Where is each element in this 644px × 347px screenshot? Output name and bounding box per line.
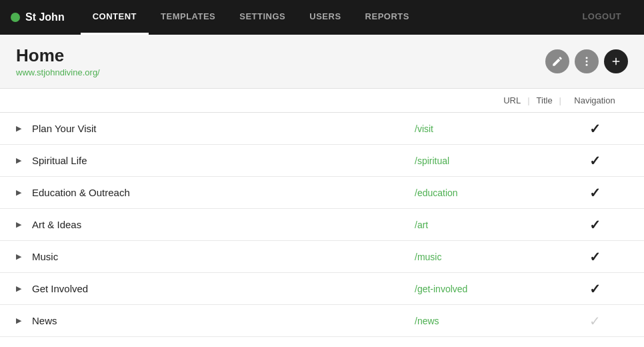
row-url: /education: [415, 188, 561, 198]
edit-button[interactable]: [545, 49, 569, 73]
row-nav-check: ✓: [561, 313, 628, 329]
row-url: /news: [415, 316, 561, 326]
row-nav-check: ✓: [561, 345, 628, 348]
pencil-icon: [551, 55, 563, 67]
expand-icon[interactable]: ▶: [16, 156, 29, 165]
nav-logout[interactable]: LOGOUT: [570, 0, 633, 35]
table-row[interactable]: ▶Music/music✓: [0, 241, 644, 273]
svg-point-1: [586, 61, 588, 63]
row-nav-check: ✓: [561, 121, 628, 137]
brand-dot: [11, 13, 20, 22]
row-nav-check: ✓: [561, 217, 628, 233]
row-url: /music: [415, 252, 561, 262]
col-navigation[interactable]: Navigation: [561, 95, 628, 105]
page-header: Home www.stjohndivine.org/: [0, 35, 644, 89]
row-nav-check: ✓: [561, 185, 628, 201]
nav-settings[interactable]: SETTINGS: [227, 0, 297, 35]
col-headers: URL | Title | Navigation: [0, 89, 644, 113]
svg-point-0: [586, 57, 588, 59]
row-url: /spiritual: [415, 155, 561, 166]
table-row[interactable]: ▶Spiritual Life/spiritual✓: [0, 145, 644, 177]
expand-icon[interactable]: ▶: [16, 252, 29, 261]
table-row[interactable]: ▶Education & Outreach/education✓: [0, 177, 644, 209]
row-title: Music: [32, 251, 415, 262]
page-url: www.stjohndivine.org/: [16, 67, 100, 77]
table-row[interactable]: ▶Get Involved/get-involved✓: [0, 273, 644, 305]
nav-templates[interactable]: TEMPLATES: [149, 0, 227, 35]
row-title: Education & Outreach: [32, 187, 415, 198]
expand-icon[interactable]: ▶: [16, 316, 29, 325]
row-title: Art & Ideas: [32, 219, 415, 230]
plus-icon: [610, 55, 622, 67]
more-button[interactable]: [575, 49, 599, 73]
brand: St John: [11, 11, 65, 23]
nav-items: CONTENT TEMPLATES SETTINGS USERS REPORTS…: [81, 0, 633, 35]
expand-icon[interactable]: ▶: [16, 124, 29, 133]
nav-reports[interactable]: REPORTS: [353, 0, 421, 35]
expand-icon[interactable]: ▶: [16, 284, 29, 293]
nav-users[interactable]: USERS: [297, 0, 353, 35]
row-title: Get Involved: [32, 283, 415, 294]
svg-point-2: [586, 64, 588, 66]
row-url: /get-involved: [415, 284, 561, 294]
col-url[interactable]: URL: [497, 95, 527, 105]
row-title: Plan Your Visit: [32, 123, 415, 134]
table-row[interactable]: ▶About/about✓: [0, 337, 644, 347]
top-nav: St John CONTENT TEMPLATES SETTINGS USERS…: [0, 0, 644, 35]
row-nav-check: ✓: [561, 281, 628, 297]
row-nav-check: ✓: [561, 153, 628, 169]
header-actions: [545, 49, 628, 73]
row-url: /art: [415, 220, 561, 230]
page-header-left: Home www.stjohndivine.org/: [16, 45, 100, 77]
nav-content[interactable]: CONTENT: [81, 0, 149, 35]
row-title: Spiritual Life: [32, 155, 415, 166]
dots-icon: [581, 55, 593, 67]
table-row[interactable]: ▶News/news✓: [0, 305, 644, 337]
content-table: ▶Plan Your Visit/visit✓▶Spiritual Life/s…: [0, 113, 644, 347]
row-nav-check: ✓: [561, 249, 628, 265]
add-button[interactable]: [604, 49, 628, 73]
table-row[interactable]: ▶Art & Ideas/art✓: [0, 209, 644, 241]
expand-icon[interactable]: ▶: [16, 220, 29, 229]
col-title[interactable]: Title: [530, 95, 559, 105]
row-title: News: [32, 315, 415, 326]
brand-name: St John: [25, 11, 65, 23]
page-title: Home: [16, 45, 100, 66]
table-row[interactable]: ▶Plan Your Visit/visit✓: [0, 113, 644, 145]
row-url: /visit: [415, 123, 561, 134]
expand-icon[interactable]: ▶: [16, 188, 29, 197]
